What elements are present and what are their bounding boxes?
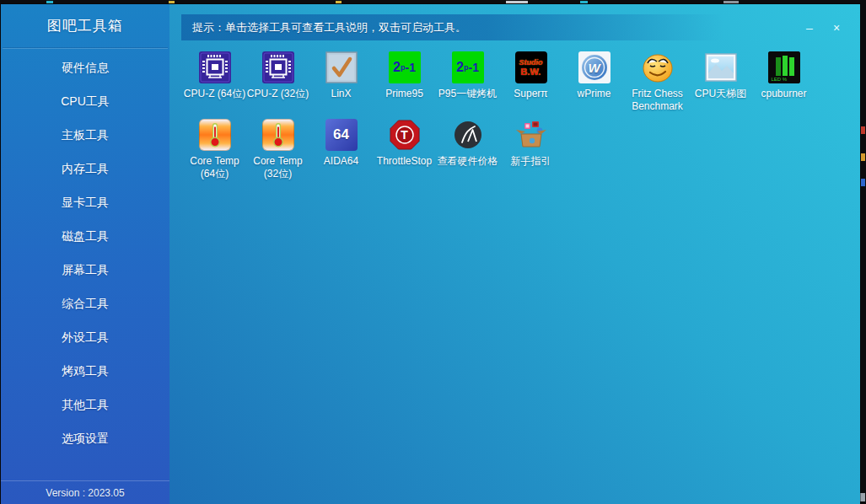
tip-bar: 提示：单击选择工具可查看工具说明，双击可启动工具。 bbox=[181, 14, 860, 40]
superpi-line2: B.W. bbox=[521, 67, 541, 77]
mersenne-tail: -1 bbox=[468, 61, 478, 74]
version-label: Version : 2023.05 bbox=[1, 480, 169, 504]
minimize-button[interactable]: – bbox=[796, 14, 823, 40]
sidebar-item-options[interactable]: 选项设置 bbox=[1, 422, 169, 456]
tool-label: CPU-Z (64位) bbox=[184, 88, 245, 100]
desktop-artifact bbox=[506, 1, 528, 3]
mersenne-tail: -1 bbox=[405, 61, 415, 74]
aida64-text: 64 bbox=[333, 126, 349, 143]
tool-label: 查看硬件价格 bbox=[438, 155, 498, 168]
sidebar-item-hardware-info[interactable]: 硬件信息 bbox=[1, 51, 169, 85]
main-area: 提示：单击选择工具可查看工具说明，双击可启动工具。 – × bbox=[169, 4, 860, 504]
close-button[interactable]: × bbox=[823, 14, 850, 40]
tool-coretemp-32[interactable]: Core Temp (32位) bbox=[246, 116, 309, 184]
cpuburner-led-text: LED % bbox=[772, 77, 788, 82]
tool-hardware-price[interactable]: 查看硬件价格 bbox=[436, 116, 499, 184]
tool-coretemp-64[interactable]: Core Temp (64位) bbox=[183, 116, 246, 184]
app-window: 图吧工具箱 硬件信息 CPU工具 主板工具 内存工具 显卡工具 磁盘工具 屏幕工… bbox=[1, 4, 860, 504]
tool-fritz-chess[interactable]: Fritz Chess Benchmark bbox=[626, 49, 689, 116]
sidebar-item-peripheral-tools[interactable]: 外设工具 bbox=[1, 321, 169, 355]
tool-label: AIDA64 bbox=[324, 155, 358, 168]
checkmark-icon bbox=[325, 51, 358, 83]
tool-prime95[interactable]: 2p-1 Prime95 bbox=[373, 49, 436, 116]
tool-label: Core Temp (32位) bbox=[246, 155, 309, 180]
tool-throttlestop[interactable]: T ThrottleStop bbox=[373, 116, 436, 184]
desktop-artifact bbox=[336, 1, 342, 3]
landscape-picture-icon bbox=[705, 53, 737, 82]
tool-superpi[interactable]: Studio B.W. Superπ bbox=[499, 49, 562, 116]
desktop-artifact bbox=[861, 126, 865, 134]
sidebar-item-cpu-tools[interactable]: CPU工具 bbox=[1, 85, 169, 119]
tool-cpuz-32[interactable]: CPU-Z (32位) bbox=[246, 49, 309, 116]
cpuz-chip-icon bbox=[199, 51, 231, 83]
tool-wprime[interactable]: W wPrime bbox=[562, 49, 626, 116]
screen: 图吧工具箱 硬件信息 CPU工具 主板工具 内存工具 显卡工具 磁盘工具 屏幕工… bbox=[0, 0, 866, 504]
sidebar: 图吧工具箱 硬件信息 CPU工具 主板工具 内存工具 显卡工具 磁盘工具 屏幕工… bbox=[1, 4, 169, 504]
sidebar-item-disk-tools[interactable]: 磁盘工具 bbox=[1, 220, 169, 254]
sidebar-item-screen-tools[interactable]: 屏幕工具 bbox=[1, 254, 169, 287]
tools-row-2: Core Temp (64位) Core Temp (32位) bbox=[183, 116, 822, 184]
tool-label: Superπ bbox=[514, 88, 547, 100]
tool-linx[interactable]: LinX bbox=[309, 49, 373, 116]
mersenne-base: 2 bbox=[393, 60, 401, 75]
tool-p95-burnin[interactable]: 2p-1 P95一键烤机 bbox=[436, 49, 499, 116]
tools-grid: CPU-Z (64位) bbox=[183, 49, 822, 184]
tool-label: Prime95 bbox=[385, 88, 423, 100]
desktop-artifact bbox=[46, 1, 53, 3]
w-circle-icon: W bbox=[578, 51, 611, 83]
mersenne-base: 2 bbox=[456, 60, 464, 75]
sidebar-item-motherboard-tools[interactable]: 主板工具 bbox=[1, 119, 169, 153]
tool-label: CPU天梯图 bbox=[695, 88, 746, 100]
sidebar-item-stress-tools[interactable]: 烤鸡工具 bbox=[1, 355, 169, 389]
smiley-icon bbox=[641, 51, 675, 84]
desktop-artifact bbox=[169, 1, 175, 3]
tool-label: Core Temp (64位) bbox=[183, 155, 246, 180]
sidebar-item-general-tools[interactable]: 综合工具 bbox=[1, 287, 169, 321]
tool-label: P95一键烤机 bbox=[438, 88, 497, 100]
tip-text: 提示：单击选择工具可查看工具说明，双击可启动工具。 bbox=[192, 20, 466, 35]
desktop-artifact bbox=[860, 493, 865, 501]
mersenne-2p1-icon: 2p-1 bbox=[452, 51, 484, 83]
price-logo-icon bbox=[452, 119, 484, 151]
superpi-line1: Studio bbox=[519, 58, 543, 67]
cpuz-chip-icon bbox=[262, 51, 294, 83]
sidebar-item-gpu-tools[interactable]: 显卡工具 bbox=[1, 186, 169, 220]
desktop-artifact bbox=[861, 179, 865, 186]
toolbox-icon bbox=[514, 118, 548, 152]
green-bars-icon: LED % bbox=[768, 51, 800, 83]
wprime-letter: W bbox=[588, 61, 600, 75]
tool-cpu-ladder[interactable]: CPU天梯图 bbox=[689, 49, 752, 116]
tool-aida64[interactable]: 64 AIDA64 bbox=[309, 116, 373, 184]
tool-label: CPU-Z (32位) bbox=[247, 88, 309, 100]
desktop-artifact bbox=[580, 1, 588, 3]
studio-bw-icon: Studio B.W. bbox=[515, 51, 547, 83]
tool-label: 新手指引 bbox=[511, 155, 551, 168]
tool-label: cpuburner bbox=[761, 88, 806, 100]
tool-label: LinX bbox=[331, 88, 351, 100]
desktop-artifact bbox=[861, 153, 865, 161]
thermometer-icon bbox=[199, 119, 231, 151]
tool-label: Fritz Chess Benchmark bbox=[626, 88, 689, 113]
aida64-icon: 64 bbox=[325, 119, 358, 151]
throttlestop-letter: T bbox=[389, 119, 421, 151]
desktop-edge-right bbox=[860, 0, 866, 504]
window-controls: – × bbox=[796, 14, 850, 40]
sidebar-item-memory-tools[interactable]: 内存工具 bbox=[1, 153, 169, 186]
desktop-artifact bbox=[723, 1, 739, 3]
sidebar-item-other-tools[interactable]: 其他工具 bbox=[1, 389, 169, 422]
stop-sign-icon: T bbox=[389, 119, 421, 151]
tool-label: ThrottleStop bbox=[377, 155, 432, 168]
app-title: 图吧工具箱 bbox=[1, 4, 169, 47]
tool-beginner-guide[interactable]: 新手指引 bbox=[499, 116, 562, 184]
tool-cpuburner[interactable]: LED % cpuburner bbox=[752, 49, 815, 116]
sidebar-menu: 硬件信息 CPU工具 主板工具 内存工具 显卡工具 磁盘工具 屏幕工具 综合工具… bbox=[1, 49, 169, 480]
tool-label: wPrime bbox=[577, 88, 611, 100]
thermometer-icon bbox=[262, 119, 294, 151]
tools-row-1: CPU-Z (64位) bbox=[183, 49, 822, 116]
tool-cpuz-64[interactable]: CPU-Z (64位) bbox=[183, 49, 246, 116]
mersenne-2p1-icon: 2p-1 bbox=[389, 51, 421, 83]
